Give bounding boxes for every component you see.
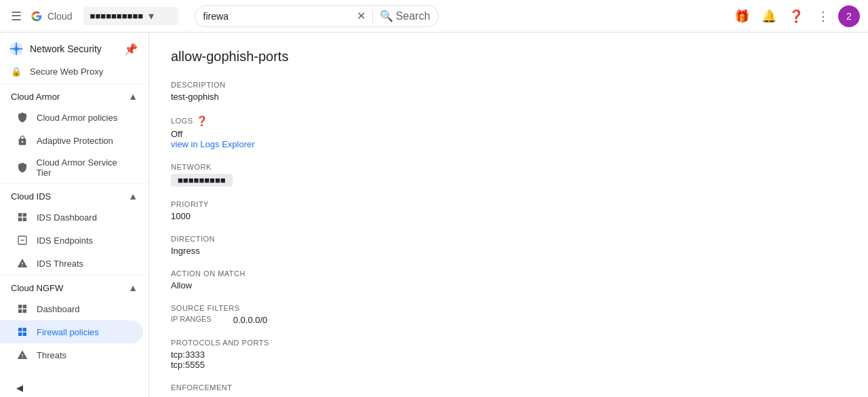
cloud-armor-label: Cloud Armor bbox=[11, 92, 60, 102]
protocol-value-2: tcp:5555 bbox=[171, 360, 846, 370]
sidebar-item-threats[interactable]: Threats bbox=[0, 343, 143, 366]
search-clear-icon[interactable]: ✕ bbox=[357, 10, 366, 22]
sidebar-item-label: Secure Web Proxy bbox=[30, 67, 103, 77]
search-icon: 🔍 bbox=[380, 10, 393, 22]
topbar-icons: 🎁 🔔 ❓ ⋮ 2 bbox=[730, 4, 860, 29]
logs-value: Off bbox=[171, 129, 846, 139]
sidebar-item-ids-endpoints[interactable]: IDS Endpoints bbox=[0, 229, 143, 252]
menu-icon[interactable]: ☰ bbox=[8, 8, 24, 24]
protocols-label: Protocols and ports bbox=[171, 339, 846, 347]
description-value: test-gophish bbox=[171, 92, 846, 102]
sidebar-item-ids-threats[interactable]: IDS Threats bbox=[0, 252, 143, 275]
sidebar-item-label: Threats bbox=[37, 350, 66, 360]
collapse-icon: ▲ bbox=[128, 282, 138, 293]
sidebar-item-label: Cloud Armor policies bbox=[37, 113, 117, 123]
cloud-ngfw-header[interactable]: Cloud NGFW ▲ bbox=[0, 276, 149, 297]
cloud-ngfw-section: Cloud NGFW ▲ Dashboard Firewall policies bbox=[0, 275, 149, 366]
search-button[interactable]: 🔍 Search bbox=[380, 10, 431, 22]
project-selector[interactable]: ■■■■■■■■■■ ▾ bbox=[83, 7, 178, 25]
sidebar-item-ids-dashboard[interactable]: IDS Dashboard bbox=[0, 206, 143, 229]
topbar: ☰ Cloud ■■■■■■■■■■ ▾ ✕ 🔍 Search 🎁 🔔 ❓ ⋮ … bbox=[0, 0, 868, 33]
sidebar: Network Security 📌 🔒 Secure Web Proxy Cl… bbox=[0, 33, 149, 397]
search-input[interactable] bbox=[203, 11, 353, 22]
page-title: allow-gophish-ports bbox=[171, 49, 846, 64]
ip-ranges-value: 0.0.0.0/0 bbox=[233, 315, 268, 325]
content: allow-gophish-ports Description test-gop… bbox=[149, 33, 868, 397]
sidebar-item-firewall-policies[interactable]: Firewall policies bbox=[0, 320, 143, 343]
network-label: Network bbox=[171, 163, 846, 171]
ids-endpoints-icon bbox=[16, 234, 28, 246]
gift-icon-button[interactable]: 🎁 bbox=[730, 4, 754, 29]
sidebar-item-label: Dashboard bbox=[37, 304, 80, 314]
enforcement-label: Enforcement bbox=[171, 383, 846, 392]
sidebar-item-ngfw-dashboard[interactable]: Dashboard bbox=[0, 297, 143, 320]
logs-row: Logs ❓ Off view in Logs Explorer bbox=[171, 115, 846, 149]
source-filters-row: Source filters IP ranges 0.0.0.0/0 bbox=[171, 304, 846, 325]
sidebar-item-cloud-armor-service-tier[interactable]: Cloud Armor Service Tier bbox=[0, 152, 143, 183]
action-label: Action on match bbox=[171, 269, 846, 278]
description-row: Description test-gophish bbox=[171, 81, 846, 102]
help-icon-button[interactable]: ❓ bbox=[784, 4, 808, 29]
ids-threats-icon bbox=[16, 257, 28, 269]
cloud-armor-header[interactable]: Cloud Armor ▲ bbox=[0, 84, 149, 106]
threats-icon bbox=[16, 349, 28, 361]
network-value: ■■■■■■■■■ bbox=[171, 174, 846, 187]
service-tier-icon bbox=[16, 162, 28, 174]
firewall-policies-icon bbox=[16, 326, 28, 338]
cloud-ids-section: Cloud IDS ▲ IDS Dashboard IDS Endpoints bbox=[0, 183, 149, 275]
action-value: Allow bbox=[171, 280, 846, 290]
adaptive-protection-icon bbox=[16, 134, 28, 147]
sidebar-item-cloud-armor-policies[interactable]: Cloud Armor policies bbox=[0, 106, 143, 129]
sidebar-collapse-icon: ◀ bbox=[16, 383, 23, 393]
sidebar-item-adaptive-protection[interactable]: Adaptive Protection bbox=[0, 129, 143, 152]
cloud-ngfw-label: Cloud NGFW bbox=[11, 283, 63, 293]
more-icon-button[interactable]: ⋮ bbox=[811, 4, 835, 29]
sidebar-header: Network Security 📌 bbox=[0, 33, 149, 60]
cloud-ids-items: IDS Dashboard IDS Endpoints IDS Threats bbox=[0, 206, 149, 275]
ip-ranges-label: IP ranges bbox=[171, 315, 212, 325]
pin-icon[interactable]: 📌 bbox=[124, 43, 138, 56]
cloud-ngfw-items: Dashboard Firewall policies Threats bbox=[0, 297, 149, 366]
cloud-ids-header[interactable]: Cloud IDS ▲ bbox=[0, 184, 149, 206]
chevron-down-icon: ▾ bbox=[149, 10, 154, 22]
ids-dashboard-icon bbox=[16, 211, 28, 223]
source-filters-label: Source filters bbox=[171, 304, 846, 312]
direction-row: Direction Ingress bbox=[171, 235, 846, 256]
shield-icon bbox=[16, 111, 28, 124]
protocol-value-1: tcp:3333 bbox=[171, 349, 846, 360]
sidebar-brand-title: Network Security bbox=[30, 43, 102, 54]
logs-label: Logs ❓ bbox=[171, 115, 846, 126]
cloud-armor-items: Cloud Armor policies Adaptive Protection… bbox=[0, 106, 149, 183]
ip-ranges-row: IP ranges 0.0.0.0/0 bbox=[171, 315, 846, 325]
project-name: ■■■■■■■■■■ bbox=[90, 11, 144, 21]
action-row: Action on match Allow bbox=[171, 269, 846, 290]
ngfw-dashboard-icon bbox=[16, 303, 28, 315]
logs-explorer-link[interactable]: view in Logs Explorer bbox=[171, 139, 255, 149]
direction-label: Direction bbox=[171, 235, 846, 243]
sidebar-item-label: IDS Threats bbox=[37, 259, 83, 269]
collapse-icon: ▲ bbox=[128, 191, 138, 202]
svg-point-1 bbox=[14, 46, 19, 52]
priority-label: Priority bbox=[171, 200, 846, 208]
notifications-icon-button[interactable]: 🔔 bbox=[757, 4, 781, 29]
sidebar-item-secure-web-proxy[interactable]: 🔒 Secure Web Proxy bbox=[0, 60, 149, 83]
priority-row: Priority 1000 bbox=[171, 200, 846, 221]
sidebar-collapse-button[interactable]: ◀ bbox=[11, 377, 132, 397]
help-icon[interactable]: ❓ bbox=[196, 115, 208, 126]
cloud-armor-section: Cloud Armor ▲ Cloud Armor policies Adapt… bbox=[0, 83, 149, 183]
network-chip: ■■■■■■■■■ bbox=[171, 174, 233, 187]
avatar[interactable]: 2 bbox=[838, 5, 860, 27]
priority-value: 1000 bbox=[171, 211, 846, 221]
detail-section: Description test-gophish Logs ❓ Off view… bbox=[171, 81, 846, 392]
enforcement-row: Enforcement bbox=[171, 383, 846, 392]
sidebar-item-label: IDS Endpoints bbox=[37, 235, 93, 246]
description-label: Description bbox=[171, 81, 846, 89]
protocols-value: tcp:3333 tcp:5555 bbox=[171, 349, 846, 370]
google-cloud-logo: Cloud bbox=[30, 10, 73, 23]
network-row: Network ■■■■■■■■■ bbox=[171, 163, 846, 187]
search-bar: ✕ 🔍 Search bbox=[195, 5, 439, 27]
cloud-text: Cloud bbox=[47, 11, 73, 22]
sidebar-item-label: Cloud Armor Service Tier bbox=[37, 157, 132, 178]
sidebar-item-label: Firewall policies bbox=[37, 327, 99, 337]
main-layout: Network Security 📌 🔒 Secure Web Proxy Cl… bbox=[0, 33, 868, 397]
